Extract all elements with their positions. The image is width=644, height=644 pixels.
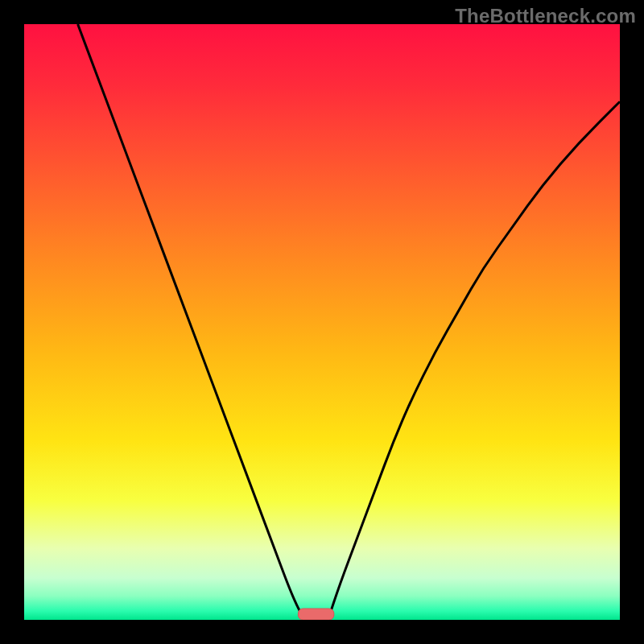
chart-plot [24, 24, 620, 620]
min-marker [298, 609, 333, 620]
plot-background [24, 24, 620, 620]
chart-frame: { "watermark": "TheBottleneck.com", "col… [0, 0, 644, 644]
